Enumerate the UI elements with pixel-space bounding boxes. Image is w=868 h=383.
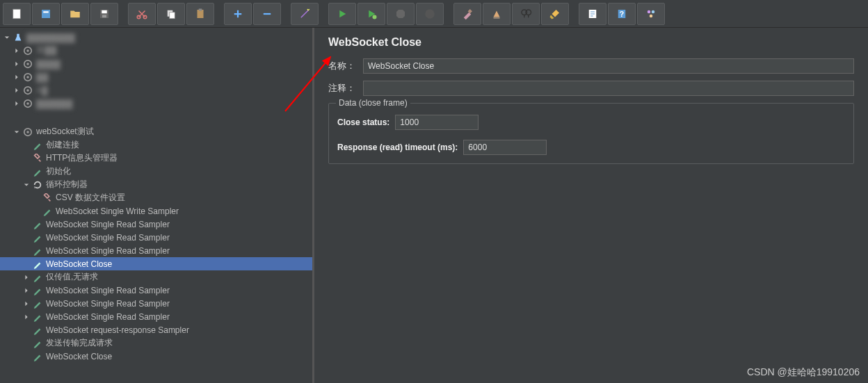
sweep-button[interactable]: [483, 3, 511, 25]
tree-item[interactable]: ▓▓: [0, 70, 312, 83]
stop-hard-button[interactable]: [416, 3, 444, 25]
tree-label: WebSocket Single Read Sampler: [46, 220, 170, 229]
stop-button[interactable]: [387, 3, 415, 25]
clear-button[interactable]: [453, 3, 481, 25]
twisty-right-icon: [22, 300, 31, 308]
help-button[interactable]: ?: [608, 3, 636, 25]
twisty-right-icon: [13, 99, 21, 108]
report-button[interactable]: [579, 3, 606, 25]
tree-label: ▓▓▓▓▓▓▓▓: [26, 33, 75, 42]
comment-input[interactable]: [363, 81, 854, 96]
remove-button[interactable]: [253, 3, 281, 25]
pencil-icon: [32, 325, 43, 336]
svg-point-30: [26, 89, 29, 92]
close-status-row: Close status:: [337, 115, 845, 130]
tree-label: ▓▓: [36, 72, 49, 82]
twisty-down-icon: [13, 128, 21, 136]
wrench-icon: [32, 153, 43, 164]
tree-label: CSV 数据文件设置: [56, 192, 125, 204]
tree-item-init[interactable]: 初始化: [0, 165, 312, 178]
twisty-down-icon: [3, 33, 11, 42]
run-remote-button[interactable]: [357, 3, 385, 25]
tree-item-create-conn[interactable]: 创建连接: [0, 138, 312, 152]
tree-item-ws-test[interactable]: webSocket测试: [0, 125, 312, 138]
pencil-icon: [32, 272, 43, 283]
tree-label: 查▓▓: [36, 44, 57, 56]
svg-point-21: [652, 10, 655, 13]
add-button[interactable]: [224, 3, 252, 25]
pencil-icon: [32, 245, 43, 256]
tree-item-ws-read[interactable]: WebSocket Single Read Sampler: [0, 218, 312, 231]
tree-item[interactable]: ▓▓▓▓: [0, 57, 312, 70]
tree-label: WebSocket Single Read Sampler: [46, 233, 170, 243]
gear-icon: [22, 98, 33, 109]
tree-item-ws-close[interactable]: WebSocket Close: [0, 350, 312, 363]
wand-button[interactable]: [291, 3, 319, 25]
pencil-icon: [32, 311, 43, 323]
close-status-input[interactable]: [395, 115, 479, 130]
tree-item-ws-reqresp[interactable]: WebSocket request-response Sampler: [0, 323, 312, 336]
tree-item-ws-read[interactable]: WebSocket Single Read Sampler: [0, 310, 312, 323]
gear-icon: [22, 58, 33, 70]
pencil-icon: [32, 166, 43, 177]
open-button[interactable]: [61, 3, 89, 25]
tree-item-ws-read[interactable]: WebSocket Single Read Sampler: [0, 284, 312, 297]
tree-label: 发送传输完成请求: [46, 337, 113, 349]
template-button[interactable]: [32, 3, 60, 25]
twisty-right-icon: [13, 73, 21, 81]
flask-icon: [13, 32, 24, 43]
pencil-icon: [32, 259, 43, 270]
save-button[interactable]: [90, 3, 118, 25]
fn-button[interactable]: [637, 3, 665, 25]
tree-label: 创建连接: [46, 139, 79, 151]
tree-item-ws-read[interactable]: WebSocket Single Read Sampler: [0, 297, 312, 310]
tree-item-loop[interactable]: 循环控制器: [0, 178, 312, 191]
timeout-input[interactable]: [463, 140, 547, 155]
svg-point-20: [648, 10, 651, 13]
tree-item[interactable]: A▓: [0, 83, 312, 97]
paste-button[interactable]: [186, 3, 214, 25]
pencil-icon: [32, 219, 43, 230]
copy-button[interactable]: [157, 3, 185, 25]
tree-item-http-header[interactable]: HTTP信息头管理器: [0, 152, 312, 165]
tree-label: ▓▓▓▓: [36, 59, 61, 69]
svg-point-13: [425, 9, 435, 19]
tree-item[interactable]: 查▓▓: [0, 44, 312, 57]
new-button[interactable]: [3, 3, 31, 25]
pencil-icon: [32, 298, 43, 309]
tree-item[interactable]: ▓▓▓▓▓▓: [0, 97, 312, 110]
pencil-icon: [32, 285, 43, 296]
tree-label: WebSocket Single Read Sampler: [46, 286, 170, 295]
loop-icon: [32, 179, 43, 190]
tree-item-ws-read[interactable]: WebSocket Single Read Sampler: [0, 244, 312, 257]
name-input[interactable]: [363, 58, 854, 74]
svg-rect-11: [199, 8, 202, 10]
gear-icon: [22, 72, 33, 83]
wrench-icon: [42, 193, 53, 204]
tree-root[interactable]: ▓▓▓▓▓▓▓▓: [0, 31, 312, 44]
tree-item-ws-write[interactable]: WebSocket Single Write Sampler: [0, 204, 312, 218]
name-row: 名称：: [328, 58, 854, 74]
svg-rect-5: [102, 15, 106, 17]
svg-rect-1: [42, 10, 50, 18]
svg-point-22: [650, 14, 653, 17]
data-fieldset: Data (close frame) Close status: Respons…: [328, 103, 854, 164]
cut-button[interactable]: [128, 3, 156, 25]
run-button[interactable]: [328, 3, 356, 25]
svg-rect-10: [198, 10, 204, 18]
search-button[interactable]: [512, 3, 540, 25]
main: ▓▓▓▓▓▓▓▓ 查▓▓ ▓▓▓▓ ▓▓ A▓ ▓▓▓▓▓▓ webSocket…: [0, 28, 868, 383]
svg-rect-9: [170, 12, 175, 18]
twisty-right-icon: [13, 86, 21, 95]
svg-point-12: [373, 15, 377, 19]
broom-button[interactable]: [541, 3, 569, 25]
tree-label: webSocket测试: [36, 126, 94, 138]
tree-item-only-pass[interactable]: 仅传值,无请求: [0, 270, 312, 284]
tree-item-send-done[interactable]: 发送传输完成请求: [0, 336, 312, 350]
tree-item-ws-close[interactable]: WebSocket Close: [0, 257, 312, 270]
tree-item-ws-read[interactable]: WebSocket Single Read Sampler: [0, 231, 312, 244]
fieldset-legend: Data (close frame): [336, 98, 410, 108]
tree-item-csv[interactable]: CSV 数据文件设置: [0, 191, 312, 204]
toolbar: ?: [0, 0, 868, 28]
svg-point-28: [26, 76, 29, 79]
